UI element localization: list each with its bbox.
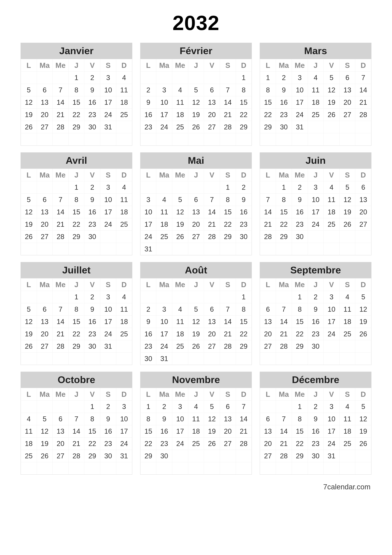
day-cell: 11 xyxy=(339,303,355,315)
day-cell: 16 xyxy=(84,96,100,109)
day-cell: 27 xyxy=(339,109,355,121)
day-cell xyxy=(172,243,188,255)
day-cell: 20 xyxy=(37,109,53,121)
day-cell: 21 xyxy=(355,96,371,109)
day-cell: 11 xyxy=(308,84,324,96)
day-cell: 13 xyxy=(37,315,53,328)
day-cell xyxy=(308,243,324,255)
month-table: LMaMeJVSD1234567891011121314151617181920… xyxy=(260,169,371,255)
day-cell: 22 xyxy=(84,438,100,450)
weekday-header: J xyxy=(68,59,84,72)
week-row xyxy=(140,462,252,475)
day-cell xyxy=(324,231,340,243)
day-cell: 28 xyxy=(276,340,292,352)
day-cell xyxy=(116,340,132,352)
day-cell xyxy=(339,121,355,133)
day-cell: 2 xyxy=(140,84,156,96)
day-cell: 15 xyxy=(260,96,276,109)
day-cell: 14 xyxy=(53,315,69,328)
day-cell: 14 xyxy=(355,84,371,96)
day-cell xyxy=(236,243,252,255)
day-cell: 24 xyxy=(156,121,172,133)
day-cell: 20 xyxy=(53,438,69,450)
day-cell: 1 xyxy=(292,401,308,413)
day-cell xyxy=(140,133,156,146)
week-row: 13141516171819 xyxy=(260,425,371,438)
day-cell: 7 xyxy=(53,303,69,315)
week-row xyxy=(260,462,371,475)
week-row: 123456 xyxy=(260,181,371,193)
day-cell xyxy=(84,352,100,365)
weekday-header: D xyxy=(236,169,252,181)
day-cell: 29 xyxy=(236,121,252,133)
day-cell: 6 xyxy=(37,303,53,315)
day-cell xyxy=(276,243,292,255)
day-cell: 3 xyxy=(100,72,116,84)
day-cell: 9 xyxy=(140,315,156,328)
day-cell: 27 xyxy=(260,450,276,462)
day-cell: 13 xyxy=(260,315,276,328)
day-cell: 9 xyxy=(140,96,156,109)
day-cell: 24 xyxy=(100,218,116,231)
day-cell: 10 xyxy=(324,303,340,315)
weekday-header: D xyxy=(116,59,132,72)
day-cell xyxy=(140,72,156,84)
day-cell: 10 xyxy=(100,193,116,206)
day-cell xyxy=(324,462,340,475)
day-cell: 24 xyxy=(100,328,116,340)
day-cell: 27 xyxy=(204,340,220,352)
day-cell: 23 xyxy=(156,438,172,450)
week-row: 13141516171819 xyxy=(260,315,371,328)
day-cell: 14 xyxy=(68,425,84,438)
day-cell xyxy=(37,133,53,146)
day-cell: 6 xyxy=(204,303,220,315)
weekday-header: Me xyxy=(172,278,188,291)
day-cell: 17 xyxy=(140,218,156,231)
day-cell: 17 xyxy=(116,425,132,438)
day-cell: 8 xyxy=(276,193,292,206)
day-cell: 10 xyxy=(292,84,308,96)
day-cell xyxy=(324,352,340,365)
day-cell: 19 xyxy=(172,218,188,231)
week-row: 12131415161718 xyxy=(21,96,132,109)
day-cell: 27 xyxy=(260,340,276,352)
month-name: Août xyxy=(140,262,252,278)
day-cell xyxy=(172,291,188,303)
day-cell: 10 xyxy=(156,315,172,328)
weekday-header: J xyxy=(188,388,204,401)
weekday-header: J xyxy=(68,388,84,401)
day-cell: 15 xyxy=(140,425,156,438)
day-cell: 9 xyxy=(84,84,100,96)
day-cell xyxy=(116,133,132,146)
weekday-header: S xyxy=(220,278,236,291)
day-cell: 5 xyxy=(37,413,53,425)
day-cell: 9 xyxy=(292,193,308,206)
weekday-header: S xyxy=(220,388,236,401)
day-cell: 24 xyxy=(308,218,324,231)
day-cell xyxy=(355,133,371,146)
day-cell: 26 xyxy=(339,218,355,231)
month-block: NovembreLMaMeJVSD12345678910111213141516… xyxy=(140,372,252,475)
weekday-header: Me xyxy=(53,59,69,72)
weekday-header: S xyxy=(339,59,355,72)
day-cell: 29 xyxy=(260,121,276,133)
day-cell: 22 xyxy=(292,328,308,340)
day-cell: 19 xyxy=(204,425,220,438)
day-cell: 9 xyxy=(236,193,252,206)
day-cell: 4 xyxy=(116,181,132,193)
month-name: Décembre xyxy=(260,372,371,388)
day-cell xyxy=(220,291,236,303)
day-cell: 18 xyxy=(308,96,324,109)
day-cell: 10 xyxy=(100,84,116,96)
day-cell: 23 xyxy=(140,121,156,133)
month-name: Mai xyxy=(140,153,252,169)
week-row: 27282930 xyxy=(260,340,371,352)
week-row: 45678910 xyxy=(21,413,132,425)
day-cell xyxy=(21,133,37,146)
day-cell: 5 xyxy=(324,72,340,84)
day-cell: 16 xyxy=(308,315,324,328)
day-cell: 19 xyxy=(21,328,37,340)
day-cell: 1 xyxy=(84,401,100,413)
weekday-header: V xyxy=(324,169,340,181)
week-row: 25262728293031 xyxy=(21,450,132,462)
